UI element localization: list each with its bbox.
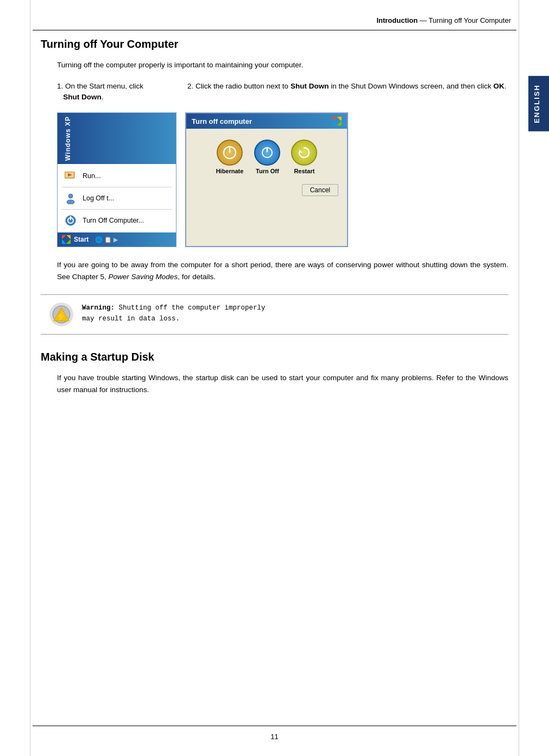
step2-bold2: OK: [494, 82, 504, 90]
logoff-label: Log Off t...: [83, 194, 114, 202]
page-number: 11: [0, 733, 549, 741]
restart-label: Restart: [294, 168, 314, 174]
screenshots-container: Windows XP Run...: [57, 112, 508, 247]
svg-point-3: [68, 194, 73, 198]
header-bold: Introduction: [376, 16, 418, 24]
warning-box: ⚡ Warning: Shutting off the computer imp…: [41, 294, 508, 335]
header-normal: Turning off Your Computer: [428, 16, 511, 24]
windows-xp-label: Windows XP: [62, 116, 72, 161]
hibernate-label: Hibernate: [216, 168, 244, 174]
restart-icon: [291, 140, 317, 166]
svg-marker-12: [299, 149, 302, 153]
step1: 1. On the Start menu, click Shut Down.: [57, 81, 176, 103]
section1-intro: Turning off the computer properly is imp…: [57, 59, 508, 71]
section2: Making a Startup Disk If you have troubl…: [41, 351, 508, 395]
dialog-cancel-row: Cancel: [195, 184, 338, 196]
hibernate-icon: [217, 140, 243, 166]
hibernate-button[interactable]: Hibernate: [216, 140, 244, 174]
step1-period: .: [102, 93, 104, 101]
turnoff-button[interactable]: Turn Off: [254, 140, 280, 174]
english-tab: ENGLISH: [528, 76, 549, 131]
page-border-left: [30, 0, 30, 756]
step1-text: 1. On the Start menu, click Shut Down.: [57, 81, 176, 103]
run-label: Run...: [83, 172, 100, 180]
start-menu-screenshot: Windows XP Run...: [57, 112, 176, 247]
step2-number: 2.: [187, 82, 193, 90]
section2-body: If you have trouble starting Windows, th…: [57, 372, 508, 395]
italic-text: Power Saving Modes: [109, 273, 178, 281]
turnoff-menu-label: Turn Off Computer...: [83, 217, 144, 224]
page-border-bottom: [33, 726, 516, 726]
dialog-windows-logo: [333, 117, 342, 125]
step1-bold: Shut Down: [63, 93, 102, 101]
windows-logo: [62, 235, 71, 244]
warning-icon: ⚡: [49, 303, 73, 326]
step2-bold: Shut Down: [291, 82, 329, 90]
menu-separator: [62, 187, 172, 187]
dialog-titlebar: Turn off computer: [186, 114, 347, 129]
warning-bold: Warning:: [82, 304, 115, 312]
logoff-icon: [64, 192, 77, 205]
turn-off-dialog: Turn off computer Hibernate: [185, 112, 348, 247]
step2-period: .: [504, 82, 507, 90]
turnoff-small-icon: [64, 214, 77, 227]
turnoff-icon: [254, 140, 280, 166]
run-icon: [64, 169, 77, 182]
section1-heading: Turning off Your Computer: [41, 38, 508, 51]
header-separator: —: [418, 16, 428, 24]
restart-button[interactable]: Restart: [291, 140, 317, 174]
start-label[interactable]: Start: [74, 236, 89, 243]
cancel-button[interactable]: Cancel: [302, 184, 338, 196]
warning-text: Warning: Shutting off the computer impro…: [82, 303, 266, 324]
start-menu-items: Run... Log Off t...: [58, 164, 176, 232]
dialog-content: Hibernate Turn Off: [186, 129, 347, 207]
start-menu-header: Windows XP: [58, 113, 176, 164]
taskbar-icons: 🌐 📋 ▶: [95, 236, 118, 243]
menu-separator2: [62, 209, 172, 210]
step1-number: 1.: [57, 82, 63, 90]
page-header: Introduction — Turning off Your Computer: [33, 16, 511, 24]
step2-text2: in the Shut Down Windows screen, and the…: [331, 82, 491, 90]
step2-label: Click the radio button next to: [195, 82, 288, 90]
svg-text:⚡: ⚡: [56, 311, 67, 322]
section2-heading: Making a Startup Disk: [41, 351, 508, 363]
dialog-title: Turn off computer: [192, 117, 252, 125]
step1-label: On the Start menu, click: [65, 82, 143, 90]
start-menu-item-turnoff[interactable]: Turn Off Computer...: [58, 211, 176, 230]
dialog-buttons: Hibernate Turn Off: [216, 140, 318, 174]
after-para: If you are going to be away from the com…: [57, 259, 508, 282]
turnoff-dialog-label: Turn Off: [256, 168, 279, 174]
step2-text: 2. Click the radio button next to Shut D…: [187, 81, 508, 92]
step2: 2. Click the radio button next to Shut D…: [187, 81, 508, 103]
page-border-right: [519, 0, 519, 756]
start-menu-item-logoff[interactable]: Log Off t...: [58, 188, 176, 208]
svg-point-4: [67, 200, 74, 204]
steps-container: 1. On the Start menu, click Shut Down. 2…: [57, 81, 508, 103]
main-content: Turning off Your Computer Turning off th…: [41, 38, 508, 718]
start-menu-footer: Start 🌐 📋 ▶: [58, 232, 176, 247]
page-border-top: [33, 30, 516, 30]
start-menu-item-run[interactable]: Run...: [58, 166, 176, 186]
